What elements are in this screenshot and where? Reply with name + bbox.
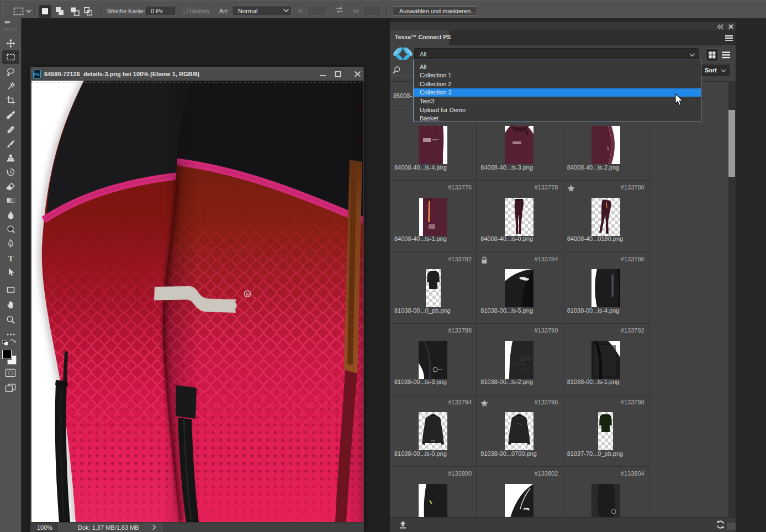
svg-text:R: R (246, 292, 249, 297)
svg-text:T: T (8, 254, 13, 263)
svg-text:ZAO: ZAO (520, 356, 532, 362)
